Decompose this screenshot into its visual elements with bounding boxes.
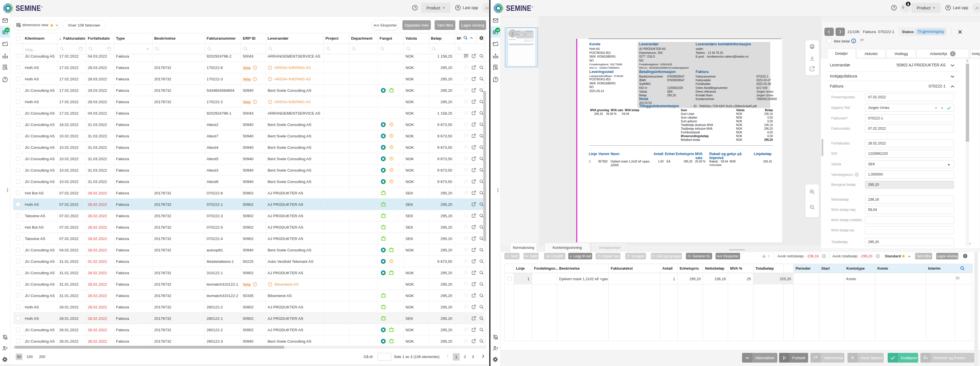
svg-text:1: 1 [853,40,854,43]
